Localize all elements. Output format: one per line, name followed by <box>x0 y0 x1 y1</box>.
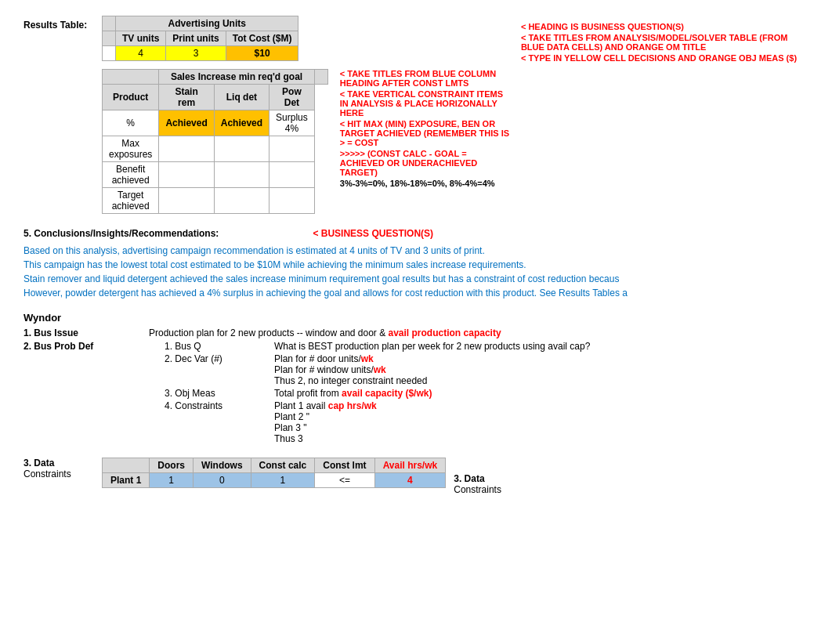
sales-extra-1: Max exposures <box>103 136 159 162</box>
adv-notes: < HEADING IS BUSINESS QUESTION(S) < TAKE… <box>521 16 808 63</box>
adv-note-3: < TYPE IN YELLOW CELL DECISIONS AND ORAN… <box>521 53 808 63</box>
dc-row-plant1-availhrs: 4 <box>374 473 446 488</box>
sales-note-5: 3%-3%=0%, 18%-18%=0%, 8%-4%=4% <box>340 179 513 188</box>
adv-col-tv: TV units <box>116 31 166 46</box>
sales-right-notes: < TAKE TITLES FROM BLUE COLUMN HEADING A… <box>340 69 513 214</box>
conclusions-header: 5. Conclusions/Insights/Recommendations:… <box>24 228 808 239</box>
advertising-units-table: Advertising Units TV units Print units T… <box>102 16 298 61</box>
sales-note-3: < HIT MAX (MIN) EXPOSURE, BEN OR TARGET … <box>340 119 513 147</box>
adv-col-empty <box>103 31 116 46</box>
wyndor-busq-value: What is BEST production plan per week fo… <box>274 341 808 352</box>
wyndor-bus-issue-red: avail production capacity <box>389 327 501 338</box>
dc-col-doors: Doors <box>150 458 194 473</box>
adv-col-cost: Tot Cost ($M) <box>226 31 298 46</box>
conclusions-line-4: However, powder detergent has achieved a… <box>24 286 808 300</box>
wyndor-objmeas-value: Total profit from avail capacity ($/wk) <box>274 388 808 399</box>
wyndor-decvar-line3: Thus 2, no integer constraint needed <box>274 375 808 386</box>
sales-row-pct: % <box>103 110 159 136</box>
adv-row-tv: 4 <box>116 46 166 61</box>
wyndor-bus-issue-row: 1. Bus Issue Production plan for 2 new p… <box>24 327 808 338</box>
wyndor-decvar-row: 2. Dec Var (#) Plan for # door units/wk … <box>149 353 808 386</box>
dc-table: Doors Windows Const calc Const lmt Avail… <box>102 458 446 488</box>
conclusions-bus-q: < BUSINESS QUESTION(S) <box>313 228 433 239</box>
adv-row-print: 3 <box>166 46 226 61</box>
dc-col-empty <box>103 458 150 473</box>
sales-extra-3: Target achieved <box>103 188 159 214</box>
dc-label-line2: Constraints <box>24 469 94 479</box>
adv-table-spacer <box>103 16 116 31</box>
adv-row-empty <box>103 46 116 61</box>
wyndor-bus-prob-label: 2. Bus Prob Def <box>24 341 149 446</box>
sales-extra-2: Benefit achieved <box>103 162 159 188</box>
dc-col-constlmt: Const lmt <box>315 458 374 473</box>
sales-col-product: Product <box>103 85 159 110</box>
data-constraints-section: 3. Data Constraints Doors Windows Const … <box>24 458 808 495</box>
wyndor-constraints-value: Plant 1 avail cap hrs/wk Plant 2 " Plan … <box>274 400 808 444</box>
dc-row-plant1-label: Plant 1 <box>103 473 150 488</box>
sales-table-wrapper: Sales Increase min req'd goal Product St… <box>102 69 513 214</box>
sales-col-pow: Pow Det <box>269 85 315 110</box>
wyndor-title: Wyndor <box>24 312 808 324</box>
wyndor-decvar-value: Plan for # door units/wk Plan for # wind… <box>274 353 808 386</box>
dc-right-label-line2: Constraints <box>454 484 524 495</box>
sales-extra-1d <box>269 136 315 162</box>
sales-row-stain: Achieved <box>159 110 214 136</box>
wyndor-busq-label: 1. Bus Q <box>149 341 274 352</box>
conclusions-line-3: Stain remover and liquid detergent achie… <box>24 272 808 286</box>
conclusions-line-2: This campaign has the lowest total cost … <box>24 258 808 272</box>
wyndor-objmeas-row: 3. Obj Meas Total profit from avail capa… <box>149 388 808 399</box>
sales-extra-1c <box>214 136 269 162</box>
adv-col-print: Print units <box>166 31 226 46</box>
sales-row-pow: Surplus 4% <box>269 110 315 136</box>
wyndor-const-line2: Plant 2 " <box>274 411 808 422</box>
wyndor-const-line1: Plant 1 avail cap hrs/wk <box>274 400 808 411</box>
dc-row-plant1-doors: 1 <box>150 473 194 488</box>
wyndor-bus-prob-row: 2. Bus Prob Def 1. Bus Q What is BEST pr… <box>24 341 808 446</box>
sales-table: Sales Increase min req'd goal Product St… <box>102 69 328 214</box>
conclusions-line-1: Based on this analysis, advertising camp… <box>24 244 808 258</box>
wyndor-const-line3: Plan 3 " <box>274 422 808 433</box>
wyndor-bus-issue-label: 1. Bus Issue <box>24 327 149 338</box>
sales-note-1: < TAKE TITLES FROM BLUE COLUMN HEADING A… <box>340 69 513 88</box>
sales-extra-1b <box>159 136 214 162</box>
sales-extra-2d <box>269 162 315 188</box>
adv-note-1: < HEADING IS BUSINESS QUESTION(S) <box>521 22 808 31</box>
results-label: Results Table: <box>24 16 94 31</box>
dc-right-label: 3. Data Constraints <box>454 458 524 495</box>
adv-table-span-header: Advertising Units <box>116 16 298 31</box>
wyndor-constraints-row: 4. Constraints Plant 1 avail cap hrs/wk … <box>149 400 808 444</box>
dc-row-plant1-constlmt: <= <box>315 473 374 488</box>
wyndor-bus-prob-content: 1. Bus Q What is BEST production plan pe… <box>149 341 808 446</box>
sales-row-liq: Achieved <box>214 110 269 136</box>
sales-col-liq: Liq det <box>214 85 269 110</box>
adv-note-2: < TAKE TITLES FROM ANALYSIS/MODEL/SOLVER… <box>521 33 808 52</box>
sales-empty-header <box>103 70 159 85</box>
dc-col-availhrs: Avail hrs/wk <box>374 458 446 473</box>
sales-extra-2c <box>214 162 269 188</box>
conclusions-title: 5. Conclusions/Insights/Recommendations: <box>24 228 219 239</box>
sales-extra-2b <box>159 162 214 188</box>
wyndor-decvar-line1: Plan for # door units/wk <box>274 353 808 364</box>
sales-and-notes: Sales Increase min req'd goal Product St… <box>102 69 513 214</box>
wyndor-const-line4: Thus 3 <box>274 433 808 444</box>
conclusions-section: 5. Conclusions/Insights/Recommendations:… <box>24 228 808 300</box>
wyndor-busq-row: 1. Bus Q What is BEST production plan pe… <box>149 341 808 352</box>
adv-row-cost: $10 <box>226 46 298 61</box>
sales-extra-3b <box>159 188 214 214</box>
sales-extra-3d <box>269 188 315 214</box>
dc-label-line1: 3. Data <box>24 458 94 469</box>
wyndor-section: Wyndor 1. Bus Issue Production plan for … <box>24 312 808 446</box>
dc-col-constcalc: Const calc <box>251 458 315 473</box>
wyndor-bus-issue-value: Production plan for 2 new products -- wi… <box>149 327 808 338</box>
dc-row-plant1-windows: 0 <box>194 473 251 488</box>
wyndor-objmeas-label: 3. Obj Meas <box>149 388 274 399</box>
wyndor-constraints-label: 4. Constraints <box>149 400 274 444</box>
sales-extra-header <box>314 70 327 85</box>
dc-right-label-line1: 3. Data <box>454 473 524 484</box>
sales-col-stain: Stain rem <box>159 85 214 110</box>
sales-span-header: Sales Increase min req'd goal <box>159 70 314 85</box>
dc-row-plant1-constcalc: 1 <box>251 473 315 488</box>
dc-left-label: 3. Data Constraints <box>24 458 94 479</box>
wyndor-bus-issue-text: Production plan for 2 new products -- wi… <box>149 327 389 338</box>
sales-note-4: >>>>> (CONST CALC - GOAL = ACHIEVED OR U… <box>340 149 513 177</box>
